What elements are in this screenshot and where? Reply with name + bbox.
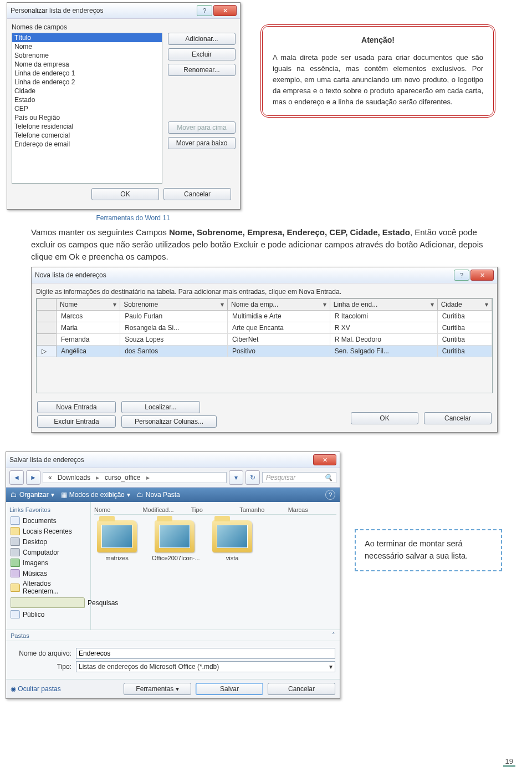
move-down-button[interactable]: Mover para baixo bbox=[168, 137, 236, 149]
sidebar-item[interactable]: Computador bbox=[9, 547, 87, 557]
list-item[interactable]: País ou Região bbox=[12, 113, 162, 122]
ok-button[interactable]: OK bbox=[351, 412, 418, 424]
search-input[interactable]: Pesquisar🔍 bbox=[262, 472, 336, 483]
table-cell[interactable]: Angélica bbox=[57, 346, 120, 357]
table-cell[interactable]: Positivo bbox=[228, 346, 330, 357]
column-header[interactable]: Nome▾ bbox=[57, 299, 120, 311]
cancel-button[interactable]: Cancelar bbox=[268, 683, 335, 695]
close-button[interactable]: ✕ bbox=[470, 270, 494, 281]
table-cell[interactable]: CiberNet bbox=[228, 334, 330, 346]
column-header[interactable]: Nome da emp...▾ bbox=[228, 299, 330, 311]
list-item[interactable]: Telefone residencial bbox=[12, 122, 162, 131]
column-header[interactable]: Cidade▾ bbox=[437, 299, 492, 311]
add-button[interactable]: Adicionar... bbox=[168, 33, 236, 45]
sidebar-item[interactable]: Músicas bbox=[9, 568, 87, 579]
table-cell[interactable]: Souza Lopes bbox=[120, 334, 228, 346]
column-header[interactable]: Tipo bbox=[191, 506, 239, 513]
rename-button[interactable]: Renomear... bbox=[168, 64, 236, 76]
table-cell[interactable]: dos Santos bbox=[120, 346, 228, 357]
sidebar-item[interactable]: Locais Recentes bbox=[9, 526, 87, 536]
table-cell[interactable]: R Mal. Deodoro bbox=[330, 334, 437, 346]
table-cell[interactable]: R XV bbox=[330, 322, 437, 334]
table-cell[interactable]: Multimidia e Arte bbox=[228, 311, 330, 322]
column-header[interactable]: Sobrenome▾ bbox=[120, 299, 228, 311]
list-item[interactable]: Título bbox=[12, 33, 162, 42]
delete-entry-button[interactable]: Excluir Entrada bbox=[37, 415, 116, 428]
list-item[interactable]: Estado bbox=[12, 95, 162, 104]
column-header[interactable]: Marcas bbox=[288, 506, 336, 513]
attention-body: A mala direta pode ser usada para criar … bbox=[273, 52, 483, 108]
close-button[interactable]: ✕ bbox=[213, 5, 237, 16]
address-table[interactable]: Nome▾Sobrenome▾Nome da emp...▾Linha de e… bbox=[37, 298, 492, 357]
folder-icon bbox=[11, 584, 20, 592]
list-item[interactable]: Linha de endereço 2 bbox=[12, 78, 162, 87]
list-item[interactable]: Linha de endereço 1 bbox=[12, 69, 162, 78]
list-item[interactable]: Nome bbox=[12, 42, 162, 51]
list-item[interactable]: Endereço de email bbox=[12, 140, 162, 149]
table-cell[interactable]: Maria bbox=[57, 322, 120, 334]
sidebar-item[interactable]: Desktop bbox=[9, 536, 87, 547]
table-cell[interactable]: Arte que Encanta bbox=[228, 322, 330, 334]
sidebar-item[interactable]: Alterados Recentem... bbox=[9, 579, 87, 596]
folder-item[interactable]: vista bbox=[209, 520, 255, 561]
cancel-button[interactable]: Cancelar bbox=[424, 412, 492, 424]
column-header[interactable]: Nome bbox=[94, 506, 142, 513]
table-row[interactable]: MarcosPaulo FurlanMultimidia e ArteR Ita… bbox=[37, 311, 492, 322]
close-button[interactable]: ✕ bbox=[313, 454, 336, 465]
folder-item[interactable]: matrizes bbox=[94, 520, 140, 561]
refresh-icon[interactable]: ↻ bbox=[245, 470, 260, 485]
breadcrumb[interactable]: « Downloads▸ curso_office▸ bbox=[43, 472, 227, 483]
ok-button[interactable]: OK bbox=[91, 188, 159, 200]
new-entry-button[interactable]: Nova Entrada bbox=[37, 401, 116, 413]
table-cell[interactable]: Sen. Salgado Fil... bbox=[330, 346, 437, 357]
folders-toggle[interactable]: Pastas bbox=[11, 632, 29, 639]
help-button[interactable]: ? bbox=[454, 270, 469, 281]
table-cell[interactable]: Curitiba bbox=[437, 346, 492, 357]
nav-fwd-button[interactable]: ► bbox=[26, 470, 40, 485]
field-names-listbox[interactable]: TítuloNomeSobrenomeNome da empresaLinha … bbox=[12, 33, 162, 184]
delete-button[interactable]: Excluir bbox=[168, 48, 236, 60]
table-cell[interactable]: Fernanda bbox=[57, 334, 120, 346]
views-menu[interactable]: ▦ Modos de exibição ▾ bbox=[61, 491, 130, 499]
find-button[interactable]: Localizar... bbox=[121, 401, 200, 413]
customize-columns-button[interactable]: Personalizar Colunas... bbox=[121, 415, 217, 428]
table-row[interactable]: ▷Angélicados SantosPositivoSen. Salgado … bbox=[37, 346, 492, 357]
nav-back-button[interactable]: ◄ bbox=[9, 470, 24, 485]
move-up-button[interactable]: Mover para cima bbox=[168, 121, 236, 134]
table-cell[interactable]: Rosangela da Si... bbox=[120, 322, 228, 334]
sidebar-item[interactable]: Imagens bbox=[9, 557, 87, 568]
save-button[interactable]: Salvar bbox=[196, 683, 263, 695]
table-cell[interactable]: Curitiba bbox=[437, 334, 492, 346]
hide-folders-toggle[interactable]: ◉ Ocultar pastas bbox=[11, 685, 61, 693]
cancel-button[interactable]: Cancelar bbox=[163, 188, 231, 200]
organize-menu[interactable]: 🗀 Organizar ▾ bbox=[11, 491, 54, 499]
sidebar-item[interactable]: Pesquisas bbox=[9, 596, 87, 609]
table-cell[interactable]: Curitiba bbox=[437, 311, 492, 322]
list-item[interactable]: Telefone comercial bbox=[12, 131, 162, 140]
titlebar: Personalizar lista de endereços ? ✕ bbox=[7, 3, 240, 19]
sidebar-item[interactable]: Público bbox=[9, 609, 87, 620]
list-item[interactable]: CEP bbox=[12, 104, 162, 113]
table-cell[interactable]: Curitiba bbox=[437, 322, 492, 334]
column-header[interactable]: Tamanho bbox=[239, 506, 288, 513]
folder-item[interactable]: Office2007Icon-... bbox=[152, 520, 197, 561]
new-folder-button[interactable]: 🗀 Nova Pasta bbox=[137, 491, 180, 499]
tools-menu[interactable]: Ferramentas ▾ bbox=[124, 683, 191, 695]
list-item[interactable]: Nome da empresa bbox=[12, 60, 162, 69]
dropdown-icon[interactable]: ▾ bbox=[229, 470, 243, 485]
table-cell[interactable]: R Itacolomi bbox=[330, 311, 437, 322]
help-icon[interactable]: ? bbox=[325, 490, 335, 500]
list-item[interactable]: Cidade bbox=[12, 87, 162, 95]
column-header[interactable]: Modificad... bbox=[142, 506, 191, 513]
sidebar-item[interactable]: Documents bbox=[9, 515, 87, 526]
table-cell[interactable]: Paulo Furlan bbox=[120, 311, 228, 322]
filename-input[interactable] bbox=[76, 648, 335, 659]
table-cell[interactable]: Marcos bbox=[57, 311, 120, 322]
column-header[interactable]: Linha de end...▾ bbox=[330, 299, 437, 311]
filetype-combo[interactable]: Listas de endereços do Microsoft Office … bbox=[76, 661, 335, 672]
help-button[interactable]: ? bbox=[197, 5, 212, 16]
table-row[interactable]: FernandaSouza LopesCiberNetR Mal. Deodor… bbox=[37, 334, 492, 346]
table-row[interactable]: MariaRosangela da Si...Arte que EncantaR… bbox=[37, 322, 492, 334]
chevron-up-icon[interactable]: ˄ bbox=[332, 632, 335, 639]
list-item[interactable]: Sobrenome bbox=[12, 51, 162, 60]
